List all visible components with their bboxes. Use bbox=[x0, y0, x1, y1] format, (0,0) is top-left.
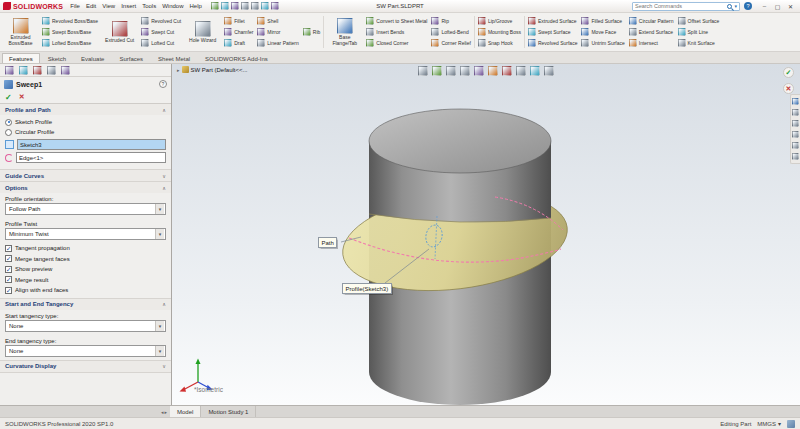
cylinder-top-face[interactable] bbox=[369, 109, 551, 173]
merge-tangent-faces-checkbox[interactable]: ✓ bbox=[5, 255, 12, 262]
ribbon-offset-surface[interactable]: Offset Surface bbox=[677, 17, 721, 25]
chevron-up-icon[interactable]: ∧ bbox=[162, 107, 166, 113]
chevron-down-icon[interactable]: ∨ bbox=[162, 363, 166, 369]
pm-ok-button[interactable]: ✓ bbox=[5, 93, 12, 102]
tab-surfaces[interactable]: Surfaces bbox=[112, 53, 150, 63]
search-box[interactable]: ▾ bbox=[632, 2, 740, 11]
section-header[interactable]: Profile and Path ∧ bbox=[0, 104, 171, 115]
ribbon-lofted-bend[interactable]: Lofted-Bend bbox=[430, 28, 471, 36]
path-field[interactable]: Edge<1> bbox=[16, 152, 166, 163]
view-settings-icon[interactable] bbox=[544, 66, 554, 76]
units-select[interactable]: MMGS ▾ bbox=[757, 420, 781, 427]
search-input[interactable] bbox=[635, 3, 725, 9]
quick-tips-icon[interactable] bbox=[787, 420, 795, 428]
chevron-down-icon[interactable]: ∨ bbox=[162, 173, 166, 179]
chevron-up-icon[interactable]: ∧ bbox=[162, 301, 166, 307]
ribbon-move-face[interactable]: Move Face bbox=[580, 28, 625, 36]
search-icon[interactable] bbox=[727, 4, 732, 9]
zoom-area-icon[interactable] bbox=[432, 66, 442, 76]
section-view-icon[interactable] bbox=[460, 66, 470, 76]
ribbon-swept-boss-base[interactable]: Swept Boss/Base bbox=[41, 28, 99, 36]
cancel-button[interactable]: ✕ bbox=[783, 83, 794, 94]
start-tangency-select[interactable]: None ▾ bbox=[5, 320, 166, 332]
show-preview-checkbox[interactable]: ✓ bbox=[5, 266, 12, 273]
tab-sheet-metal[interactable]: Sheet Metal bbox=[151, 53, 197, 63]
sketch-profile-radio[interactable]: Sketch Profile bbox=[5, 117, 166, 127]
ribbon-revolved-cut[interactable]: Revolved Cut bbox=[140, 17, 182, 25]
ribbon-lofted-boss-base[interactable]: Lofted Boss/Base bbox=[41, 39, 99, 47]
configuration-manager-tab-icon[interactable] bbox=[19, 66, 28, 75]
chevron-down-icon[interactable]: ▾ bbox=[734, 3, 737, 9]
ribbon-mirror[interactable]: Mirror bbox=[256, 28, 299, 36]
custom-properties-icon[interactable] bbox=[792, 153, 799, 160]
previous-view-icon[interactable] bbox=[446, 66, 456, 76]
tab-scroll-left-icon[interactable]: ◂ bbox=[161, 409, 164, 415]
dimxpert-tab-icon[interactable] bbox=[33, 66, 42, 75]
3d-scene[interactable] bbox=[172, 64, 800, 405]
maximize-button[interactable]: ▢ bbox=[771, 1, 784, 12]
ribbon-split-line[interactable]: Split Line bbox=[677, 28, 721, 36]
ribbon-filled-surface[interactable]: Filled Surface bbox=[580, 17, 625, 25]
ribbon-swept-surface[interactable]: Swept Surface bbox=[527, 28, 578, 36]
ribbon-lofted-cut[interactable]: Lofted Cut bbox=[140, 39, 182, 47]
ribbon-base-flange-tab[interactable]: Base Flange/Tab bbox=[326, 14, 363, 50]
radio-selected-icon[interactable] bbox=[5, 119, 12, 126]
display-manager-tab-icon[interactable] bbox=[47, 66, 56, 75]
ribbon-extruded-cut[interactable]: Extruded Cut bbox=[101, 14, 138, 50]
ribbon-revolved-surface[interactable]: Revolved Surface bbox=[527, 39, 578, 47]
profile-field[interactable]: Sketch3 bbox=[17, 139, 166, 150]
file-explorer-icon[interactable] bbox=[792, 120, 799, 127]
help-icon[interactable]: ? bbox=[744, 2, 752, 10]
menu-help[interactable]: Help bbox=[187, 3, 205, 9]
end-tangency-select[interactable]: None ▾ bbox=[5, 345, 166, 357]
chevron-up-icon[interactable]: ∧ bbox=[162, 185, 166, 191]
ribbon-circular-pattern[interactable]: Circular Pattern bbox=[628, 17, 675, 25]
menu-view[interactable]: View bbox=[99, 3, 118, 9]
tab-solidworks-add-ins[interactable]: SOLIDWORKS Add-Ins bbox=[198, 53, 275, 63]
model-tab-model[interactable]: Model bbox=[170, 406, 201, 417]
ribbon-hole-wizard[interactable]: Hole Wizard bbox=[184, 14, 221, 50]
view-palette-icon[interactable] bbox=[792, 131, 799, 138]
ribbon-extend-surface[interactable]: Extend Surface bbox=[628, 28, 675, 36]
ribbon-rip[interactable]: Rip bbox=[430, 17, 471, 25]
menu-window[interactable]: Window bbox=[159, 3, 186, 9]
apply-scene-icon[interactable] bbox=[530, 66, 540, 76]
print-icon[interactable] bbox=[241, 2, 249, 10]
ribbon-corner-relief[interactable]: Corner Relief bbox=[430, 39, 471, 47]
expand-icon[interactable]: ▸ bbox=[177, 67, 180, 73]
ribbon-snap-hook[interactable]: Snap Hook bbox=[477, 39, 522, 47]
graphics-area[interactable]: ▸ SW Part (Default<<... ✓✕ Path Profile(… bbox=[172, 64, 800, 405]
appearances-icon[interactable] bbox=[792, 142, 799, 149]
ribbon-revolved-boss-base[interactable]: Revolved Boss/Base bbox=[41, 17, 99, 25]
ribbon-intersect[interactable]: Intersect bbox=[628, 39, 675, 47]
path-callout[interactable]: Path bbox=[318, 237, 337, 248]
ribbon-insert-bends[interactable]: Insert Bends bbox=[365, 28, 428, 36]
tab-features[interactable]: Features bbox=[2, 53, 40, 63]
ribbon-extruded-surface[interactable]: Extruded Surface bbox=[527, 17, 578, 25]
rebuild-icon[interactable] bbox=[261, 2, 269, 10]
options-icon[interactable] bbox=[271, 2, 279, 10]
merge-result-checkbox[interactable]: ✓ bbox=[5, 276, 12, 283]
design-library-icon[interactable] bbox=[792, 109, 799, 116]
zoom-fit-icon[interactable] bbox=[418, 66, 428, 76]
minimize-button[interactable]: – bbox=[758, 1, 771, 12]
profile-callout[interactable]: Profile(Sketch3) bbox=[342, 283, 392, 294]
radio-icon[interactable] bbox=[5, 129, 12, 136]
ribbon-swept-cut[interactable]: Swept Cut bbox=[140, 28, 182, 36]
ribbon-closed-corner[interactable]: Closed Corner bbox=[365, 39, 428, 47]
ribbon-extruded-boss-base[interactable]: Extruded Boss/Base bbox=[2, 14, 39, 50]
hide-show-items-icon[interactable] bbox=[502, 66, 512, 76]
ribbon-chamfer[interactable]: Chamfer bbox=[223, 28, 254, 36]
undo-icon[interactable] bbox=[251, 2, 259, 10]
ribbon-mounting-boss[interactable]: Mounting Boss bbox=[477, 28, 522, 36]
pm-cancel-button[interactable]: ✕ bbox=[19, 93, 25, 101]
ribbon-linear-pattern[interactable]: Linear Pattern bbox=[256, 39, 299, 47]
ribbon-untrim-surface[interactable]: Untrim Surface bbox=[580, 39, 625, 47]
section-header[interactable]: Start and End Tangency ∧ bbox=[0, 299, 171, 310]
ok-button[interactable]: ✓ bbox=[783, 67, 794, 78]
ribbon-lip-groove[interactable]: Lip/Groove bbox=[477, 17, 522, 25]
profile-twist-select[interactable]: Minimum Twist ▾ bbox=[5, 228, 166, 240]
section-header[interactable]: Curvature Display ∨ bbox=[0, 361, 171, 372]
tab-scroll-right-icon[interactable]: ▸ bbox=[165, 409, 168, 415]
ribbon-draft[interactable]: Draft bbox=[223, 39, 254, 47]
